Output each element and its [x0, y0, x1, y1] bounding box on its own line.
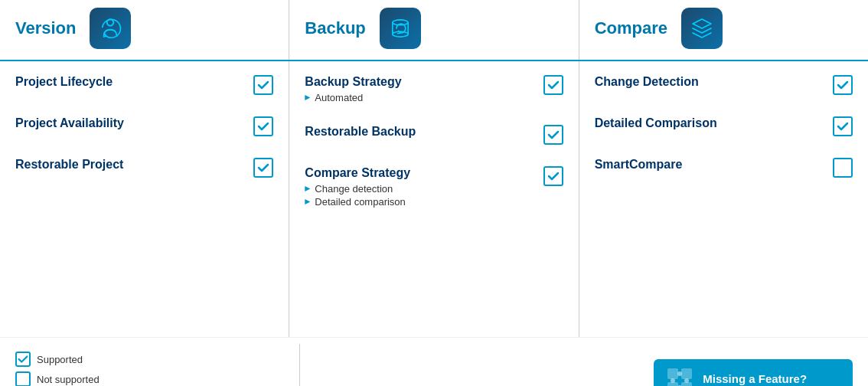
compare-icon	[681, 8, 723, 49]
version-title: Version	[15, 18, 76, 38]
feature-compare-strategy: Compare Strategy Change detection Detail…	[305, 166, 563, 208]
svg-point-11	[671, 378, 675, 383]
svg-point-13	[684, 378, 689, 383]
checkbox-checked	[253, 75, 273, 95]
svg-rect-7	[681, 368, 692, 379]
version-header: Version	[0, 0, 289, 60]
legend-supported: Supported	[15, 352, 284, 367]
checkbox-checked	[833, 75, 853, 95]
content-section: Project Lifecycle Project Availability R…	[0, 61, 868, 337]
feature-backup-strategy: Backup Strategy Automated	[305, 75, 563, 103]
checkbox-checked	[543, 125, 563, 145]
main-container: Version Backup	[0, 0, 868, 386]
backup-column: Backup Strategy Automated Restorable Bac…	[289, 61, 579, 337]
checkbox-checked	[253, 116, 273, 136]
missing-feature-area: Missing a Feature? Contact us with your …	[300, 344, 868, 386]
feature-change-detection: Change Detection	[595, 75, 853, 95]
feature-name: SmartCompare	[595, 158, 825, 172]
feature-name: Backup Strategy	[305, 75, 535, 89]
feature-detailed-comparison: Detailed Comparison	[595, 116, 853, 136]
feature-project-availability: Project Availability	[15, 116, 273, 136]
feature-name: Compare Strategy	[305, 166, 535, 180]
backup-icon	[380, 8, 421, 49]
legend-empty-icon	[15, 371, 31, 386]
checkbox-checked	[833, 116, 853, 136]
feature-name: Restorable Project	[15, 158, 246, 172]
backup-header: Backup	[289, 0, 579, 60]
compare-column: Change Detection Detailed Comparison Sma…	[579, 61, 868, 337]
svg-point-10	[677, 371, 682, 376]
feature-project-lifecycle: Project Lifecycle	[15, 75, 273, 95]
feature-name: Detailed Comparison	[595, 116, 825, 130]
checkbox-checked	[253, 158, 273, 178]
feature-restorable-backup: Restorable Backup	[305, 125, 563, 145]
bottom-section: Supported Not supported	[0, 337, 868, 386]
sub-item: Automated	[305, 92, 535, 103]
backup-title: Backup	[305, 18, 365, 38]
compare-header: Compare	[579, 0, 868, 60]
feature-name: Project Lifecycle	[15, 75, 246, 89]
legend-section: Supported Not supported	[0, 344, 300, 386]
legend-not-supported: Not supported	[15, 371, 284, 386]
compare-title: Compare	[595, 18, 667, 38]
feature-name: Restorable Backup	[305, 125, 535, 139]
checkbox-empty	[833, 158, 853, 178]
bullet-icon	[305, 199, 310, 204]
feature-name: Change Detection	[595, 75, 825, 89]
version-icon	[90, 8, 131, 49]
version-column: Project Lifecycle Project Availability R…	[0, 61, 289, 337]
not-supported-label: Not supported	[37, 374, 100, 385]
bullet-icon	[305, 186, 310, 191]
feature-restorable-project: Restorable Project	[15, 158, 273, 178]
svg-rect-6	[667, 368, 678, 379]
sub-item: Change detection	[305, 183, 535, 195]
missing-feature-banner[interactable]: Missing a Feature? Contact us with your …	[654, 359, 853, 386]
legend-check-icon	[15, 352, 31, 367]
sub-item: Detailed comparison	[305, 196, 535, 208]
supported-label: Supported	[37, 354, 83, 365]
header-section: Version Backup	[0, 0, 868, 61]
puzzle-icon	[666, 367, 693, 386]
checkbox-checked	[543, 75, 563, 95]
feature-name: Project Availability	[15, 116, 246, 130]
checkbox-checked	[543, 166, 563, 186]
feature-smartcompare: SmartCompare	[595, 158, 853, 178]
bullet-icon	[305, 95, 310, 100]
missing-feature-title: Missing a Feature?	[703, 372, 840, 385]
